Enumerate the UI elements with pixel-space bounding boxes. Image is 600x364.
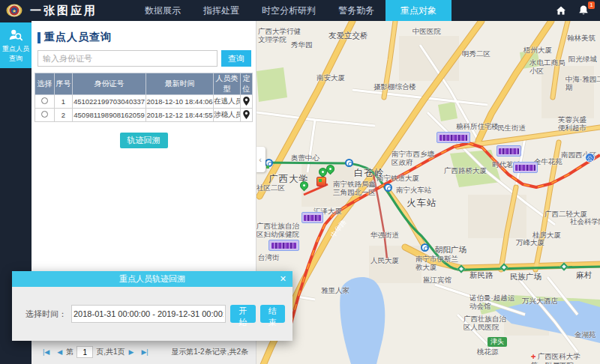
sidebar-item-label-line1: 重点人员 (2, 45, 29, 53)
map-label: 广西医科大学第一附属医院 (531, 352, 584, 364)
masked-person-label[interactable] (436, 132, 470, 143)
panel-title-text: 重点人员查询 (44, 31, 112, 44)
masked-person-label[interactable] (268, 240, 299, 251)
map-label: 翰林美筑 (567, 34, 596, 42)
map-label: 白苍岭 (354, 169, 385, 178)
col-person-type: 人员类型 (214, 73, 241, 95)
map-label: 万兴大酒店 (522, 297, 558, 305)
notifications-bell-icon[interactable]: 1 (578, 4, 590, 16)
map-label: 芙蓉兴盛便利超市 (558, 115, 591, 132)
table-row: 1 451022199703040337 2018-12-10 18:44:06… (35, 95, 253, 109)
panel-collapse-button[interactable]: ‹ (256, 147, 266, 172)
next-page-button[interactable]: ▶ (129, 348, 134, 356)
query-button[interactable]: 查询 (221, 50, 251, 67)
map-label: 华强街道 (370, 231, 399, 239)
prev-page-button[interactable]: ◀ (57, 348, 62, 356)
nav-item[interactable]: 重点对象 (386, 0, 452, 21)
page-prefix-label: 第 (66, 347, 74, 357)
locate-pin-icon[interactable] (243, 110, 250, 119)
modal-title: 重点人员轨迹回溯 (12, 273, 292, 285)
col-latest-time: 最新时间 (146, 73, 214, 95)
topbar-icons: 1 (555, 4, 590, 16)
table-header-row: 选择 序号 身份证号 最新时间 人员类型 定位 (35, 73, 253, 95)
map-label: 新民路 (470, 271, 494, 279)
map-label: 麻村 (576, 271, 592, 279)
police-emblem-logo: ★ (6, 2, 22, 19)
app-title: 一张图应用 (30, 4, 98, 18)
map-label: 摄影棚综合楼 (374, 82, 416, 91)
row-select-radio[interactable] (41, 111, 48, 118)
map-label: 朝阳广场 (435, 246, 466, 254)
locate-pin-icon[interactable] (243, 97, 250, 106)
search-row: 查询 (38, 50, 251, 67)
map-label: 水电工商局小区 (530, 58, 568, 75)
map-label: 桃花源 (477, 348, 499, 356)
map-label: 阳光绿城 (568, 55, 597, 63)
map-label: 南宁火车站 (396, 186, 432, 194)
masked-person-label[interactable] (302, 212, 323, 223)
row-locate-cell (241, 109, 253, 122)
nav-item[interactable]: 时空分析研判 (250, 0, 327, 21)
metro-station-icon (421, 243, 429, 252)
pagination-summary: 显示第1-2条记录,共2条 (171, 347, 248, 357)
modal-header[interactable]: 重点人员轨迹回溯 ✕ (12, 271, 292, 287)
topbar: ★ 一张图应用 数据展示指挥处置时空分析研判警务勤务重点对象 1 (0, 0, 600, 21)
end-button[interactable]: 结束 (260, 305, 285, 323)
nav-item[interactable]: 指挥处置 (192, 0, 250, 21)
modal-body: 选择时间： 开始 结束 (12, 287, 292, 341)
row-latest-time: 2018-12-10 18:44:06 (146, 95, 214, 109)
map-label: 诺伯曼·超越运动会馆 (470, 294, 519, 310)
map-canvas[interactable]: 广西大学行健文理学院秀华园友爱立交桥中医医院明秀二区梧州大厦翰林美筑水电工商局小… (256, 21, 600, 364)
main-nav: 数据展示指挥处置时空分析研判警务勤务重点对象 (134, 0, 452, 21)
map-label: 南宁市西乡塘区政府 (392, 150, 440, 166)
map-label: 台湾街 (258, 253, 280, 261)
close-icon[interactable]: ✕ (280, 274, 286, 284)
notification-badge: 1 (588, 1, 595, 9)
map-label: 友爱立交桥 (328, 31, 368, 40)
person-search-icon (8, 27, 24, 43)
col-id-number: 身份证号 (73, 73, 146, 95)
trace-playback-modal: 重点人员轨迹回溯 ✕ 选择时间： 开始 结束 (12, 271, 292, 341)
masked-person-label[interactable] (496, 145, 521, 157)
row-latest-time: 2018-12-12 18:44:55 (146, 109, 214, 122)
nav-item[interactable]: 警务勤务 (327, 0, 386, 21)
panel-title: 重点人员查询 (38, 31, 256, 44)
map-label: 津头 (488, 337, 507, 347)
col-locate: 定位 (241, 73, 253, 95)
page-number-input[interactable] (76, 346, 93, 358)
masked-person-label[interactable] (513, 162, 538, 173)
row-select-radio[interactable] (41, 97, 48, 104)
start-button[interactable]: 开始 (230, 305, 255, 323)
sidebar-item-key-person-query[interactable]: 重点人员 查询 (0, 22, 32, 68)
map-label: 梧州大厦 (524, 46, 552, 54)
map-label: 民生街道 (497, 124, 526, 132)
trace-button-row: 轨迹回溯 (32, 133, 256, 148)
id-number-input[interactable] (38, 50, 218, 67)
table-row: 2 450981198908162059 2018-12-12 18:44:55… (35, 109, 253, 122)
last-page-button[interactable]: ▶| (141, 348, 148, 356)
map-label: 南安大厦 (316, 73, 345, 82)
map-label: 奥蕾中心 (291, 154, 320, 162)
time-range-input[interactable] (71, 305, 226, 323)
map-label: 中海·雅园二期 (566, 75, 600, 91)
map-label: 火车站 (406, 199, 437, 207)
app-window: ★ 一张图应用 数据展示指挥处置时空分析研判警务勤务重点对象 1 (0, 0, 600, 364)
map-label: 桂房大厦 (532, 231, 561, 239)
trace-playback-button[interactable]: 轨迹回溯 (120, 133, 168, 148)
row-id-number: 451022199703040337 (73, 95, 146, 109)
row-index: 1 (55, 95, 73, 109)
nav-item[interactable]: 数据展示 (134, 0, 192, 21)
map-label: 公 (585, 153, 595, 163)
home-icon[interactable] (555, 4, 567, 16)
map-label: 广西壮族自治区人民医院 (464, 315, 510, 331)
row-index: 2 (55, 109, 73, 122)
map-label: 糖科所住宅楼 (456, 122, 499, 130)
time-select-label: 选择时间： (26, 309, 67, 320)
row-person-type: 在逃人员 (214, 95, 241, 109)
highlight-poi-marker[interactable] (316, 177, 326, 186)
map-label: 金湖苑 (574, 330, 596, 339)
title-accent-bar (38, 32, 40, 43)
person-table: 选择 序号 身份证号 最新时间 人员类型 定位 1 45102219970304… (34, 73, 253, 122)
first-page-button[interactable]: |◀ (43, 348, 50, 356)
row-locate-cell (241, 95, 253, 109)
